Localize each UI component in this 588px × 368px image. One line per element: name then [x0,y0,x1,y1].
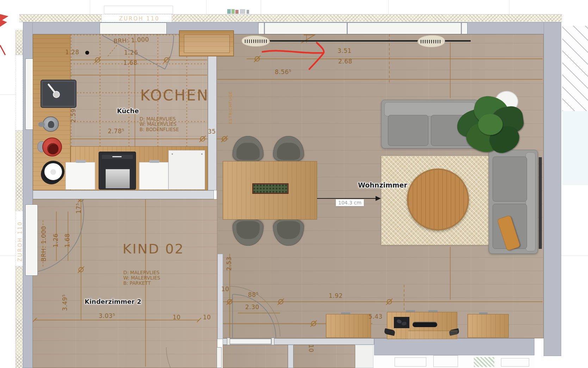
window-mullion [461,23,462,34]
table-planter [252,183,289,194]
wall-bottom-thick[interactable] [374,338,534,355]
oven-door [105,169,130,189]
red-mixer-appliance[interactable] [42,137,62,157]
dim-kitchen-width-total: 1.68 [123,59,137,66]
wall-bottom-rooms-divider[interactable] [288,345,293,368]
material-line: D: MALERVLIES [123,270,160,275]
console-lower-shelf [408,331,458,339]
kettle-spout [38,122,45,127]
roof-hatch-top-right [562,26,588,111]
sideboard-right[interactable] [468,314,509,338]
box-handle [149,160,160,163]
faded-plan-region [374,355,534,368]
curtain-pleats [421,40,442,43]
room-label-kitchen: KOCHEN [140,87,209,104]
curtain-bunch-right [417,35,445,47]
sofa-cushion [388,115,428,146]
measurement-label[interactable]: 104.3 cm [336,199,364,206]
legend-block-red [235,10,239,14]
door-leaf-hall[interactable] [230,339,271,344]
floor-bottom-door-strip [355,345,373,368]
dim-child-win-b: 1.68 [64,233,71,247]
faded-green-hatch [474,357,494,367]
dining-table[interactable] [223,161,317,220]
wall-kitchen-kind[interactable] [33,190,214,199]
material-line: B: BODENFLIESE [140,127,179,132]
dim-child-wall-b: 10 [203,314,211,321]
estrichfuge-label: ESTRICHFUGE [228,91,233,124]
dim-bottom-wall: 10 [308,344,315,352]
dim-living-bottom-b: 5.43 [369,313,383,320]
legend-block-gray2 [247,10,249,14]
wall-right[interactable] [544,22,561,356]
chair-seat [277,143,300,160]
food-processor[interactable] [42,161,64,183]
faded-furniture-outline [395,357,426,367]
controller [401,321,407,326]
dim-hall-wall: 10 [221,286,229,293]
chair-seat [277,221,300,239]
dim-door-width: 88⁵ [248,291,259,298]
chair-seat [236,143,260,160]
potted-plant[interactable] [456,97,527,160]
wall-kind-hall[interactable] [217,254,223,339]
dim-child-win-a: 1.26 [52,233,59,247]
chair-seat [236,221,260,239]
dim-kitchen-width-a: 1.28 [65,49,79,56]
reference-dot [85,51,89,55]
kitchen-sink[interactable] [41,80,76,108]
legend-block-green [231,9,235,14]
wall-kitchen-living[interactable] [208,34,217,190]
dim-child-width: 3.03⁵ [99,312,115,319]
faded-furniture-outline [501,358,529,367]
counter-box-1[interactable] [66,162,95,190]
room-tag-child: Kinderzimmer 2 [85,298,141,305]
curtain-pleats [245,39,267,43]
door-leaf-bottom-left[interactable] [217,347,222,368]
zuroh-label-left: ZUROH 110 [17,221,23,262]
sofa-back [526,152,536,251]
vent-mark [479,312,488,314]
vent-mark [341,312,350,314]
kettle-appliance[interactable] [43,116,59,132]
media-console[interactable] [387,312,457,339]
dim-child-height: 3.49⁵ [61,294,68,311]
tv-wall-strip[interactable] [539,157,542,249]
material-line: W: MALERVLIES [123,275,160,281]
window-living-top[interactable] [258,23,468,34]
dim-kitchen-depth: 2.59 [70,109,77,123]
processor-center [50,169,56,175]
kitchen-wall-cabinet[interactable] [179,30,234,56]
room-label-child: KIND 02 [123,241,184,257]
material-line: D: MALERVLIES [140,116,179,122]
dim-hall-height: 2.53 [225,257,233,271]
plant-leaf [478,114,503,135]
window-kind-left[interactable] [25,204,38,276]
game-console [394,317,409,328]
dim-brh-child: BRH: 1.000 [40,226,47,262]
cabinet-inner [184,35,230,53]
legend-block-teal [227,9,231,14]
dim-living-width: 8.56⁵ [275,68,291,75]
legend-block-gray1 [240,9,245,14]
fridge[interactable] [168,150,205,190]
dim-child-top: 17⁵ [75,203,82,214]
oven-cooktop[interactable] [99,152,136,190]
window-kitchen-top[interactable] [100,23,167,34]
material-line: B: PARKETT [123,281,160,286]
dim-living-top-b: 2.68 [338,58,352,65]
vent-mark [406,310,415,312]
coffee-table-round[interactable] [407,168,469,231]
sideboard-left[interactable] [326,314,371,338]
dim-kitchen-width-b: 1.26 [124,49,138,56]
curtain-bunch-left [242,36,270,47]
room-tag-living: Wohnzimmer [358,181,407,189]
cooktop-handle [112,156,122,157]
kettle-center [48,121,54,128]
fridge-hinge [201,153,203,155]
vent-mark [428,310,438,312]
sofa-right[interactable] [489,150,538,254]
sofa-cushion [493,157,527,202]
floor-room-bottom-b [293,345,355,368]
counter-box-2[interactable] [139,162,168,190]
